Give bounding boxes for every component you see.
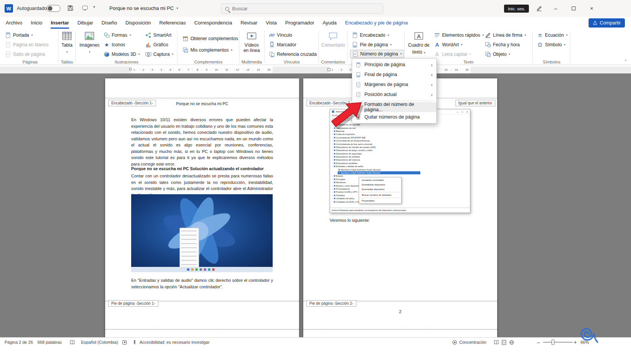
maximize-button[interactable] xyxy=(568,4,579,13)
letra-capital-button[interactable]: A Letra capital▾ xyxy=(432,50,473,58)
modelos-3d-button[interactable]: Modelos 3D▾ xyxy=(102,50,142,58)
tab-inicio[interactable]: Inicio xyxy=(26,17,46,29)
zoom-out-button[interactable]: – xyxy=(537,338,540,347)
tab-programador[interactable]: Programador xyxy=(281,17,319,29)
vinculo-button[interactable]: Vínculo xyxy=(267,31,294,39)
close-button[interactable]: × xyxy=(586,4,597,13)
iconos-button[interactable]: ★ Iconos xyxy=(102,41,127,49)
wordart-button[interactable]: A WordArt▾ xyxy=(432,41,464,49)
zoom-slider-thumb[interactable] xyxy=(551,340,555,345)
autosave-toggle[interactable] xyxy=(47,5,60,12)
obtener-complementos-button[interactable]: Obtener complementos xyxy=(181,34,240,43)
pie-de-pagina-button[interactable]: Pie de página▾ xyxy=(350,41,394,49)
zoom-in-button[interactable]: + xyxy=(574,338,577,347)
pen-icon[interactable] xyxy=(536,5,542,13)
horizontal-ruler[interactable]: 123456789101112131415 123456789101112131… xyxy=(0,67,631,73)
tab-revisar[interactable]: Revisar xyxy=(236,17,262,29)
mis-complementos-button[interactable]: Mis complementos▾ xyxy=(181,46,234,54)
encabezado-button[interactable]: Encabezado▾ xyxy=(350,31,391,39)
chevron-down-icon: ▾ xyxy=(89,49,91,55)
macro-record-icon[interactable] xyxy=(122,338,127,347)
linea-de-firma-button[interactable]: Línea de firma▾ xyxy=(483,31,528,39)
device-icon xyxy=(334,195,335,196)
document-page-1[interactable]: Encabezado -Sección 1- Porque no se escu… xyxy=(105,78,299,337)
tab-disposicion[interactable]: Disposición xyxy=(121,17,155,29)
footer-page-number[interactable]: 2 xyxy=(303,309,497,314)
tab-vista[interactable]: Vista xyxy=(262,17,281,29)
tab-referencias[interactable]: Referencias xyxy=(155,17,190,29)
formas-button[interactable]: Formas▾ xyxy=(102,31,133,39)
caption-text[interactable]: Veremos lo siguiente: xyxy=(330,217,472,224)
chevron-down-icon: ▾ xyxy=(31,34,33,37)
elementos-rapidos-button[interactable]: Elementos rápidos▾ xyxy=(432,31,486,39)
imagenes-button[interactable]: Imágenes ▾ xyxy=(80,31,99,55)
referencia-cruzada-button[interactable]: Referencia cruzada xyxy=(267,50,319,58)
section-heading[interactable]: Porque no se escucha mi PC Solución actu… xyxy=(131,166,273,172)
zoom-slider-track[interactable] xyxy=(543,342,573,343)
tab-encabezado-pie-contextual[interactable]: Encabezado y pie de página xyxy=(341,17,412,29)
share-button[interactable]: Compartir xyxy=(589,18,625,28)
portada-button[interactable]: Portada▾ xyxy=(3,31,35,39)
accessibility-icon[interactable] xyxy=(132,338,137,347)
web-layout-icon[interactable] xyxy=(509,340,514,345)
pagina-en-blanco-button[interactable]: Página en blanco xyxy=(3,41,50,49)
menu-item-final-de-pagina[interactable]: Final de página › xyxy=(352,70,436,80)
search-input[interactable] xyxy=(232,6,370,11)
tab-correspondencia[interactable]: Correspondencia xyxy=(190,17,236,29)
tabla-button[interactable]: Tabla ▾ xyxy=(60,31,74,55)
simbolo-button[interactable]: Ω Símbolo▾ xyxy=(535,41,568,49)
bloom-context-menu xyxy=(180,228,199,268)
proofing-icon[interactable] xyxy=(70,338,75,347)
signin-button[interactable]: Inic. ses. xyxy=(504,5,529,13)
search-box[interactable] xyxy=(221,3,383,14)
paragraph[interactable]: En "Entradas y salidas de audio" damos c… xyxy=(131,277,273,290)
collapse-ribbon-icon[interactable]: ⌄ xyxy=(624,57,627,62)
word-logo[interactable]: W xyxy=(5,4,13,13)
tab-diseno[interactable]: Diseño xyxy=(98,17,121,29)
cuadro-de-texto-button[interactable]: Cuadro de texto ▾ xyxy=(408,31,430,55)
numero-de-pagina-button[interactable]: Número de página▾ xyxy=(350,50,404,58)
objeto-button[interactable]: Objeto▾ xyxy=(483,50,512,58)
captura-button[interactable]: Captura▾ xyxy=(143,50,175,58)
salto-de-pagina-button[interactable]: Salto de página xyxy=(3,50,47,58)
footer-tag-section2: Pie de página -Sección 2- xyxy=(306,300,356,307)
print-layout-icon[interactable] xyxy=(501,340,507,345)
smartart-button[interactable]: SmartArt xyxy=(143,31,173,39)
group-paginas: Portada▾ Página en blanco Salto de págin… xyxy=(2,29,58,65)
qat-chevron-icon[interactable]: ▾ xyxy=(93,5,95,9)
screen-share-icon[interactable] xyxy=(82,5,88,13)
ruler-number: 1 xyxy=(133,68,135,71)
tab-dibujar[interactable]: Dibujar xyxy=(73,17,97,29)
page-indicator[interactable]: Página 2 de 26 xyxy=(5,338,33,347)
header-text[interactable]: Porque no se escucha mi PC xyxy=(131,101,273,106)
marcador-button[interactable]: Marcador xyxy=(267,41,298,49)
tab-ayuda[interactable]: Ayuda xyxy=(319,17,341,29)
word-count[interactable]: 668 palabras xyxy=(37,338,62,347)
chevron-down-icon: ▾ xyxy=(388,34,389,37)
ribbon-tab-bar: Archivo Inicio Insertar Dibujar Diseño D… xyxy=(0,17,631,29)
menu-item-principio-de-pagina[interactable]: Principio de página › xyxy=(352,60,436,70)
indent-marker-left[interactable] xyxy=(129,68,132,70)
grafico-button[interactable]: Gráfico xyxy=(143,41,170,49)
tab-archivo[interactable]: Archivo xyxy=(2,17,26,29)
windows-bloom-image[interactable] xyxy=(131,194,273,272)
read-mode-icon[interactable] xyxy=(493,340,499,345)
save-icon[interactable] xyxy=(67,5,73,13)
videos-en-linea-button[interactable]: Vídeos en línea xyxy=(241,31,262,53)
indent-marker[interactable] xyxy=(327,68,330,71)
document-title[interactable]: Porque no se escucha mi PC ▾ xyxy=(109,5,178,11)
ruler-number: 4 xyxy=(161,68,162,71)
tab-insertar[interactable]: Insertar xyxy=(47,17,73,29)
focus-mode[interactable]: Concentración xyxy=(452,338,486,347)
fecha-y-hora-button[interactable]: Fecha y hora xyxy=(483,41,522,49)
menu-item-margenes-de-pagina[interactable]: Márgenes de página › xyxy=(352,80,436,89)
accessibility-status[interactable]: Accesibilidad: es necesario investigar xyxy=(140,338,210,347)
minimize-button[interactable]: – xyxy=(550,4,561,13)
group-divider xyxy=(532,31,533,63)
symbol-icon: Ω xyxy=(537,42,543,48)
language-indicator[interactable]: Español (Colombia) xyxy=(81,338,118,347)
comentario-button[interactable]: Comentario xyxy=(320,31,346,48)
ruler-number: 3 xyxy=(151,68,153,71)
paragraph[interactable]: En Windows 10/11 existen diversos errore… xyxy=(131,117,273,167)
ecuacion-button[interactable]: π Ecuación▾ xyxy=(535,31,569,39)
